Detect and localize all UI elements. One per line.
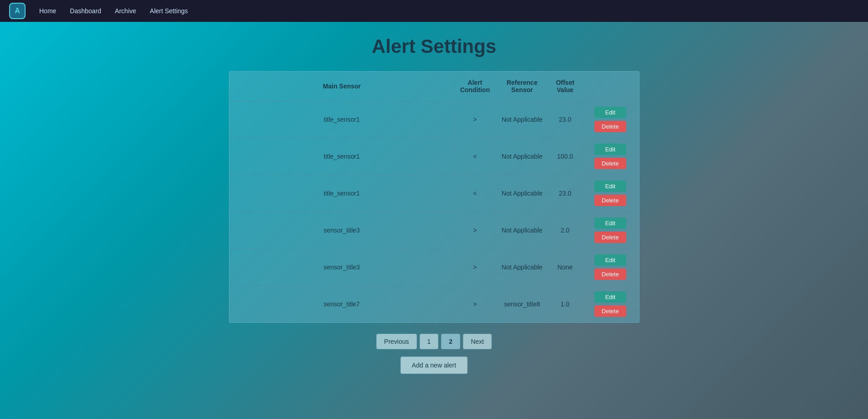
alert-condition-cell-4: > bbox=[454, 249, 495, 286]
table-row: sensor_title3 > Not Applicable 2.0 Edit … bbox=[229, 212, 639, 249]
page-2-button[interactable]: 2 bbox=[441, 334, 460, 349]
reference-sensor-cell-0: Not Applicable bbox=[495, 101, 549, 138]
actions-wrapper-1: Edit Delete bbox=[582, 138, 639, 175]
main-sensor-cell-5: sensor_title7 bbox=[229, 286, 455, 323]
alert-condition-cell-0: > bbox=[454, 101, 495, 138]
reference-sensor-cell-1: Not Applicable bbox=[495, 138, 549, 175]
edit-button-3[interactable]: Edit bbox=[594, 217, 626, 229]
edit-button-4[interactable]: Edit bbox=[594, 254, 626, 266]
nav-archive[interactable]: Archive bbox=[115, 5, 136, 17]
table-header-row: Main Sensor AlertCondition ReferenceSens… bbox=[229, 72, 639, 101]
actions-cell-2: Edit Delete bbox=[582, 175, 639, 212]
edit-button-1[interactable]: Edit bbox=[594, 144, 626, 155]
offset-value-cell-3: 2.0 bbox=[549, 212, 582, 249]
offset-value-cell-4: None bbox=[549, 249, 582, 286]
nav-home[interactable]: Home bbox=[39, 5, 56, 17]
col-header-offset-value: OffsetValue bbox=[549, 72, 582, 101]
pagination: Previous 1 2 Next bbox=[376, 334, 492, 349]
edit-button-5[interactable]: Edit bbox=[594, 291, 626, 303]
navigation: A Home Dashboard Archive Alert Settings bbox=[0, 0, 868, 22]
actions-wrapper-3: Edit Delete bbox=[582, 212, 639, 248]
delete-button-1[interactable]: Delete bbox=[594, 158, 626, 169]
main-sensor-cell-4: sensor_title3 bbox=[229, 249, 455, 286]
alert-settings-table: Main Sensor AlertCondition ReferenceSens… bbox=[229, 72, 639, 322]
nav-alert-settings[interactable]: Alert Settings bbox=[150, 5, 188, 17]
delete-button-4[interactable]: Delete bbox=[594, 269, 626, 280]
actions-cell-1: Edit Delete bbox=[582, 138, 639, 175]
table-row: title_sensor1 > Not Applicable 23.0 Edit… bbox=[229, 101, 639, 138]
edit-button-2[interactable]: Edit bbox=[594, 181, 626, 192]
delete-button-0[interactable]: Delete bbox=[594, 121, 626, 132]
table-row: title_sensor1 < Not Applicable 23.0 Edit… bbox=[229, 175, 639, 212]
offset-value-cell-5: 1.0 bbox=[549, 286, 582, 323]
delete-button-5[interactable]: Delete bbox=[594, 305, 626, 317]
main-content: Alert Settings Main Sensor AlertConditio… bbox=[0, 22, 868, 419]
col-header-reference-sensor: ReferenceSensor bbox=[495, 72, 549, 101]
col-header-main-sensor: Main Sensor bbox=[229, 72, 455, 101]
page-1-button[interactable]: 1 bbox=[420, 334, 439, 349]
actions-wrapper-2: Edit Delete bbox=[582, 175, 639, 212]
table-row: title_sensor1 < Not Applicable 100.0 Edi… bbox=[229, 138, 639, 175]
delete-button-2[interactable]: Delete bbox=[594, 195, 626, 206]
reference-sensor-cell-2: Not Applicable bbox=[495, 175, 549, 212]
col-header-alert-condition: AlertCondition bbox=[454, 72, 495, 101]
app-logo: A bbox=[9, 3, 26, 19]
page-title: Alert Settings bbox=[372, 36, 496, 57]
offset-value-cell-1: 100.0 bbox=[549, 138, 582, 175]
main-sensor-cell-3: sensor_title3 bbox=[229, 212, 455, 249]
offset-value-cell-2: 23.0 bbox=[549, 175, 582, 212]
delete-button-3[interactable]: Delete bbox=[594, 232, 626, 243]
col-header-actions bbox=[582, 72, 639, 101]
add-new-alert-button[interactable]: Add a new alert bbox=[400, 357, 468, 374]
alert-condition-cell-3: > bbox=[454, 212, 495, 249]
table-body: title_sensor1 > Not Applicable 23.0 Edit… bbox=[229, 101, 639, 323]
reference-sensor-cell-3: Not Applicable bbox=[495, 212, 549, 249]
table-row: sensor_title7 > sensor_title8 1.0 Edit D… bbox=[229, 286, 639, 323]
next-button[interactable]: Next bbox=[463, 334, 492, 349]
table-row: sensor_title3 > Not Applicable None Edit… bbox=[229, 249, 639, 286]
offset-value-cell-0: 23.0 bbox=[549, 101, 582, 138]
main-sensor-cell-0: title_sensor1 bbox=[229, 101, 455, 138]
actions-wrapper-4: Edit Delete bbox=[582, 249, 639, 285]
actions-cell-4: Edit Delete bbox=[582, 249, 639, 286]
main-sensor-cell-2: title_sensor1 bbox=[229, 175, 455, 212]
nav-items: Home Dashboard Archive Alert Settings bbox=[39, 5, 188, 17]
alert-condition-cell-2: < bbox=[454, 175, 495, 212]
actions-wrapper-0: Edit Delete bbox=[582, 101, 639, 138]
alert-settings-table-container: Main Sensor AlertCondition ReferenceSens… bbox=[229, 71, 639, 323]
actions-cell-3: Edit Delete bbox=[582, 212, 639, 249]
actions-wrapper-5: Edit Delete bbox=[582, 286, 639, 322]
main-sensor-cell-1: title_sensor1 bbox=[229, 138, 455, 175]
reference-sensor-cell-4: Not Applicable bbox=[495, 249, 549, 286]
reference-sensor-cell-5: sensor_title8 bbox=[495, 286, 549, 323]
nav-dashboard[interactable]: Dashboard bbox=[70, 5, 101, 17]
alert-condition-cell-5: > bbox=[454, 286, 495, 323]
actions-cell-0: Edit Delete bbox=[582, 101, 639, 138]
previous-button[interactable]: Previous bbox=[376, 334, 416, 349]
alert-condition-cell-1: < bbox=[454, 138, 495, 175]
edit-button-0[interactable]: Edit bbox=[594, 107, 626, 118]
actions-cell-5: Edit Delete bbox=[582, 286, 639, 323]
